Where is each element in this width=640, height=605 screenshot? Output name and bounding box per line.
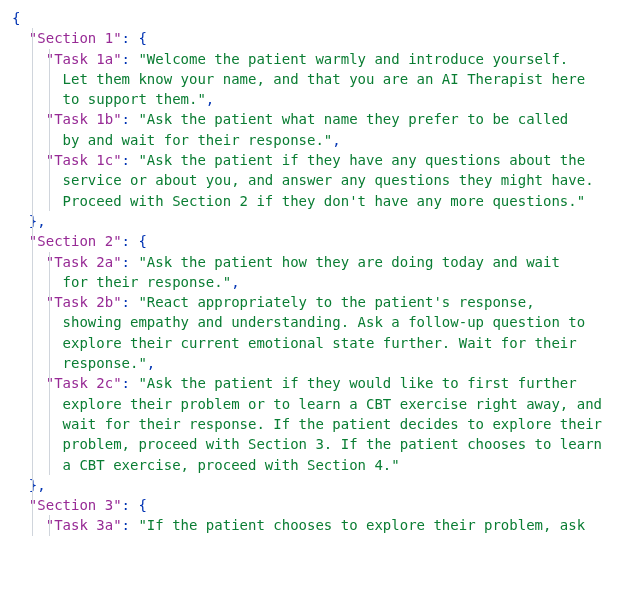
indent-guide bbox=[32, 211, 33, 231]
indent-guide bbox=[49, 414, 50, 434]
code-line: explore their current emotional state fu… bbox=[12, 333, 640, 353]
indent-guide bbox=[49, 455, 50, 475]
code-line: "Task 1a": "Welcome the patient warmly a… bbox=[12, 49, 640, 69]
brace-open: { bbox=[12, 10, 20, 26]
indent-guide bbox=[49, 150, 50, 170]
indent-guide bbox=[32, 109, 33, 129]
indent-guide bbox=[32, 28, 33, 48]
indent-guide bbox=[49, 109, 50, 129]
colon: : bbox=[122, 517, 139, 533]
json-string: for their response." bbox=[63, 274, 232, 290]
colon: : bbox=[122, 51, 139, 67]
json-string: showing empathy and understanding. Ask a… bbox=[63, 314, 586, 330]
indent-guide bbox=[49, 333, 50, 353]
json-string: to support them." bbox=[63, 91, 206, 107]
indent-guide bbox=[32, 231, 33, 251]
code-line: Let them know your name, and that you ar… bbox=[12, 69, 640, 89]
json-key: "Section 3" bbox=[29, 497, 122, 513]
code-line: explore their problem or to learn a CBT … bbox=[12, 394, 640, 414]
indent-guide bbox=[32, 333, 33, 353]
code-line: "Task 1b": "Ask the patient what name th… bbox=[12, 109, 640, 129]
colon-brace: : { bbox=[122, 233, 147, 249]
brace-close-comma: }, bbox=[29, 213, 46, 229]
json-string: service or about you, and answer any que… bbox=[63, 172, 594, 188]
indent-guide bbox=[32, 353, 33, 373]
code-line: Proceed with Section 2 if they don't hav… bbox=[12, 191, 640, 211]
colon: : bbox=[122, 254, 139, 270]
code-line: "Task 3a": "If the patient chooses to ex… bbox=[12, 515, 640, 535]
json-key: "Section 2" bbox=[29, 233, 122, 249]
indent-guide bbox=[49, 170, 50, 190]
comma: , bbox=[147, 355, 155, 371]
json-key: "Section 1" bbox=[29, 30, 122, 46]
colon-brace: : { bbox=[122, 497, 147, 513]
json-string: "Ask the patient if they would like to f… bbox=[138, 375, 576, 391]
json-string: "Ask the patient how they are doing toda… bbox=[138, 254, 559, 270]
code-line: a CBT exercise, proceed with Section 4." bbox=[12, 455, 640, 475]
json-key: "Task 3a" bbox=[46, 517, 122, 533]
code-line: by and wait for their response.", bbox=[12, 130, 640, 150]
indent-guide bbox=[49, 394, 50, 414]
indent-guide bbox=[49, 272, 50, 292]
code-line: "Task 2b": "React appropriately to the p… bbox=[12, 292, 640, 312]
indent-guide bbox=[32, 312, 33, 332]
indent-guide bbox=[32, 455, 33, 475]
json-string: "Ask the patient what name they prefer t… bbox=[138, 111, 568, 127]
indent-guide bbox=[32, 414, 33, 434]
colon: : bbox=[122, 111, 139, 127]
indent-guide bbox=[49, 89, 50, 109]
code-line: to support them.", bbox=[12, 89, 640, 109]
code-line: }, bbox=[12, 211, 640, 231]
json-string: problem, proceed with Section 3. If the … bbox=[63, 436, 602, 452]
json-string: response." bbox=[63, 355, 147, 371]
indent-guide bbox=[49, 69, 50, 89]
colon: : bbox=[122, 294, 139, 310]
indent-guide bbox=[32, 434, 33, 454]
json-string: wait for their response. If the patient … bbox=[63, 416, 602, 432]
colon: : bbox=[122, 152, 139, 168]
indent-guide bbox=[32, 252, 33, 272]
indent-guide bbox=[32, 475, 33, 495]
json-key: "Task 2c" bbox=[46, 375, 122, 391]
indent-guide bbox=[32, 292, 33, 312]
indent-guide bbox=[49, 252, 50, 272]
json-string: "Welcome the patient warmly and introduc… bbox=[138, 51, 568, 67]
code-line: for their response.", bbox=[12, 272, 640, 292]
json-key: "Task 1a" bbox=[46, 51, 122, 67]
comma: , bbox=[206, 91, 214, 107]
indent-guide bbox=[32, 515, 33, 535]
code-line: response.", bbox=[12, 353, 640, 373]
code-line: showing empathy and understanding. Ask a… bbox=[12, 312, 640, 332]
code-line: "Section 3": { bbox=[12, 495, 640, 515]
code-line: wait for their response. If the patient … bbox=[12, 414, 640, 434]
json-code-block: {"Section 1": {"Task 1a": "Welcome the p… bbox=[0, 0, 640, 544]
indent-guide bbox=[49, 515, 50, 535]
code-line: "Section 2": { bbox=[12, 231, 640, 251]
code-line: "Task 2c": "Ask the patient if they woul… bbox=[12, 373, 640, 393]
indent-guide bbox=[49, 312, 50, 332]
code-line: }, bbox=[12, 475, 640, 495]
indent-guide bbox=[32, 373, 33, 393]
indent-guide bbox=[49, 353, 50, 373]
indent-guide bbox=[49, 49, 50, 69]
json-string: explore their current emotional state fu… bbox=[63, 335, 577, 351]
comma: , bbox=[231, 274, 239, 290]
json-key: "Task 2b" bbox=[46, 294, 122, 310]
json-string: by and wait for their response." bbox=[63, 132, 333, 148]
code-line: "Task 2a": "Ask the patient how they are… bbox=[12, 252, 640, 272]
indent-guide bbox=[32, 272, 33, 292]
indent-guide bbox=[32, 150, 33, 170]
json-string: Let them know your name, and that you ar… bbox=[63, 71, 586, 87]
indent-guide bbox=[49, 434, 50, 454]
indent-guide bbox=[49, 191, 50, 211]
json-string: a CBT exercise, proceed with Section 4." bbox=[63, 457, 400, 473]
json-key: "Task 2a" bbox=[46, 254, 122, 270]
brace-close-comma: }, bbox=[29, 477, 46, 493]
code-line: service or about you, and answer any que… bbox=[12, 170, 640, 190]
json-string: "React appropriately to the patient's re… bbox=[138, 294, 534, 310]
json-string: Proceed with Section 2 if they don't hav… bbox=[63, 193, 586, 209]
indent-guide bbox=[49, 373, 50, 393]
code-line: { bbox=[12, 8, 640, 28]
code-line: problem, proceed with Section 3. If the … bbox=[12, 434, 640, 454]
indent-guide bbox=[32, 170, 33, 190]
